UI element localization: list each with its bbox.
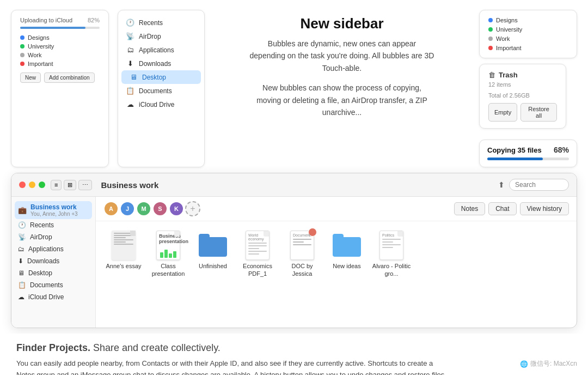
trash-icon: 🗑 xyxy=(488,71,495,79)
copy-label: Copying 35 files xyxy=(487,146,542,154)
grid-view-button[interactable]: ⊞ xyxy=(64,180,76,190)
finder-icloud-icon: ☁ xyxy=(18,293,24,301)
copy-bar-fill xyxy=(487,158,543,160)
finder-sidebar-documents[interactable]: 📋 Documents xyxy=(11,279,95,291)
finder-sidebar-applications[interactable]: 🗂 Applications xyxy=(11,243,95,255)
finder-projects-title-bold: Finder Projects. xyxy=(16,342,90,353)
finder-desktop-label: Desktop xyxy=(28,269,52,277)
file-class-presentation[interactable]: Businesspresentation Class presentation xyxy=(146,228,191,280)
empty-trash-button[interactable]: Empty xyxy=(488,103,517,122)
economics-icon: World economy xyxy=(243,230,273,260)
maximize-button[interactable] xyxy=(39,182,45,188)
finder-sidebar-airdrop[interactable]: 📡 AirDrop xyxy=(11,231,95,243)
sidebar-downloads[interactable]: ⬇ Downloads xyxy=(118,57,204,70)
class-presentation-icon: Businesspresentation xyxy=(154,230,183,260)
tag-label-work: Work xyxy=(28,52,41,58)
sidebar-desktop[interactable]: 🖥 Desktop xyxy=(121,70,201,84)
icloud-actions: New Add combination xyxy=(20,72,100,83)
finder-body: 💼 Business work You, Anne, John +3 🕐 Rec… xyxy=(11,197,577,328)
sidebar-airdrop[interactable]: 📡 AirDrop xyxy=(118,29,204,43)
sidebar-recents[interactable]: 🕐 Recents xyxy=(118,16,204,29)
finder-applications-icon: 🗂 xyxy=(18,245,24,253)
finder-sidebar-desktop[interactable]: 🖥 Desktop xyxy=(11,267,95,279)
new-tag-button[interactable]: New xyxy=(20,72,41,83)
sidebar-icloud[interactable]: ☁ iCloud Drive xyxy=(118,98,204,111)
view-controls: ≡ ⊞ ⋯ xyxy=(51,180,92,190)
notes-button[interactable]: Notes xyxy=(454,202,485,215)
applications-icon: 🗂 xyxy=(126,46,134,54)
more-view-button[interactable]: ⋯ xyxy=(78,180,92,190)
finder-sidebar-business-work[interactable]: 💼 Business work You, Anne, John +3 xyxy=(15,201,92,219)
downloads-icon: ⬇ xyxy=(126,59,134,68)
economics-label: Economics PDF_1 xyxy=(237,262,278,278)
avatar-4: S xyxy=(152,201,168,216)
tag-designs: Designs xyxy=(20,34,100,41)
share-icon[interactable]: ⬆ xyxy=(498,180,505,189)
file-new-ideas[interactable]: New ideas xyxy=(324,228,369,272)
list-view-button[interactable]: ≡ xyxy=(51,180,62,190)
new-ideas-folder-icon xyxy=(332,230,362,260)
middle-section: ≡ ⊞ ⋯ Business work ⬆ 💼 Business work Yo… xyxy=(0,173,588,334)
finder-recents-label: Recents xyxy=(30,221,54,229)
icloud-progress-bar-bg xyxy=(20,27,100,29)
sidebar-documents-label: Documents xyxy=(139,87,172,95)
file-economics[interactable]: World economy Economics PDF_1 xyxy=(235,228,280,280)
tag2-label-important: Important xyxy=(496,45,521,51)
finder-applications-label: Applications xyxy=(28,245,64,253)
finder-projects-title: Finder Projects. Share and create collec… xyxy=(16,342,572,354)
traffic-lights xyxy=(19,182,45,188)
chat-button[interactable]: Chat xyxy=(488,202,516,215)
close-button[interactable] xyxy=(19,182,26,188)
finder-sidebar-icloud[interactable]: ☁ iCloud Drive xyxy=(11,291,95,303)
airdrop-icon: 📡 xyxy=(126,32,134,40)
center-content: New sidebar Bubbles are dynamic, new one… xyxy=(213,10,470,167)
sidebar-card-top: 🕐 Recents 📡 AirDrop 🗂 Applications ⬇ Dow… xyxy=(118,10,205,167)
annes-essay-label: Anne's essay xyxy=(106,262,141,270)
minimize-button[interactable] xyxy=(29,182,35,188)
finder-right-controls: ⬆ xyxy=(498,179,569,191)
tag2-designs: Designs xyxy=(488,17,568,23)
trash-title: Trash xyxy=(499,71,518,79)
tag-work: Work xyxy=(20,52,100,58)
file-alvaro[interactable]: Politics Alvaro - Politic gro... xyxy=(369,228,414,280)
tag2-important: Important xyxy=(488,45,568,51)
tag2-dot-work xyxy=(488,37,493,41)
finder-downloads-icon: ⬇ xyxy=(18,257,23,265)
finder-airdrop-icon: 📡 xyxy=(18,233,26,241)
alvaro-label: Alvaro - Politic gro... xyxy=(371,262,412,278)
finder-sidebar-recents[interactable]: 🕐 Recents xyxy=(11,219,95,231)
finder-sidebar-downloads[interactable]: ⬇ Downloads xyxy=(11,255,95,267)
file-doc-jessica[interactable]: Document DOC by Jessica xyxy=(280,228,324,280)
restore-all-button[interactable]: Restore all xyxy=(520,103,557,122)
tag-dot-work xyxy=(20,53,24,57)
tag2-label-designs: Designs xyxy=(496,17,518,23)
finder-documents-icon: 📋 xyxy=(18,281,26,289)
tag2-dot-university xyxy=(488,27,493,32)
copy-percent: 68% xyxy=(554,146,569,154)
icloud-title: Uploading to iCloud xyxy=(20,17,72,23)
sidebar-downloads-label: Downloads xyxy=(139,60,171,68)
finder-window-title: Business work xyxy=(97,180,493,190)
sidebar-recents-label: Recents xyxy=(139,19,163,27)
tag2-label-university: University xyxy=(496,26,522,33)
view-history-button[interactable]: View history xyxy=(520,202,569,215)
trash-actions: Empty Restore all xyxy=(488,103,557,122)
sidebar-documents[interactable]: 📋 Documents xyxy=(118,84,204,98)
add-avatar-button[interactable]: + xyxy=(185,201,200,216)
top-section: Uploading to iCloud 82% Designs Universi… xyxy=(0,0,588,173)
center-desc1: Bubbles are dynamic, new ones can appear… xyxy=(249,38,434,74)
add-combination-button[interactable]: Add combination xyxy=(44,72,95,83)
business-work-subtitle: You, Anne, John +3 xyxy=(30,211,78,217)
finder-search-input[interactable] xyxy=(509,179,569,191)
project-avatars: A J M S K + xyxy=(103,201,197,216)
file-annes-essay[interactable]: Anne's essay xyxy=(101,228,146,272)
new-ideas-label: New ideas xyxy=(333,262,360,270)
finder-toolbar: ≡ ⊞ ⋯ Business work ⬆ xyxy=(11,173,577,197)
file-unfinished[interactable]: Unfinished xyxy=(191,228,235,272)
right-column: Designs University Work Important 🗑 xyxy=(479,10,577,167)
sidebar-desktop-label: Desktop xyxy=(142,74,166,81)
trash-header: 🗑 Trash xyxy=(488,71,557,79)
trash-total: Total of 2.56GB xyxy=(488,92,557,99)
tags-card: Designs University Work Important xyxy=(479,10,577,58)
sidebar-applications[interactable]: 🗂 Applications xyxy=(118,43,204,57)
